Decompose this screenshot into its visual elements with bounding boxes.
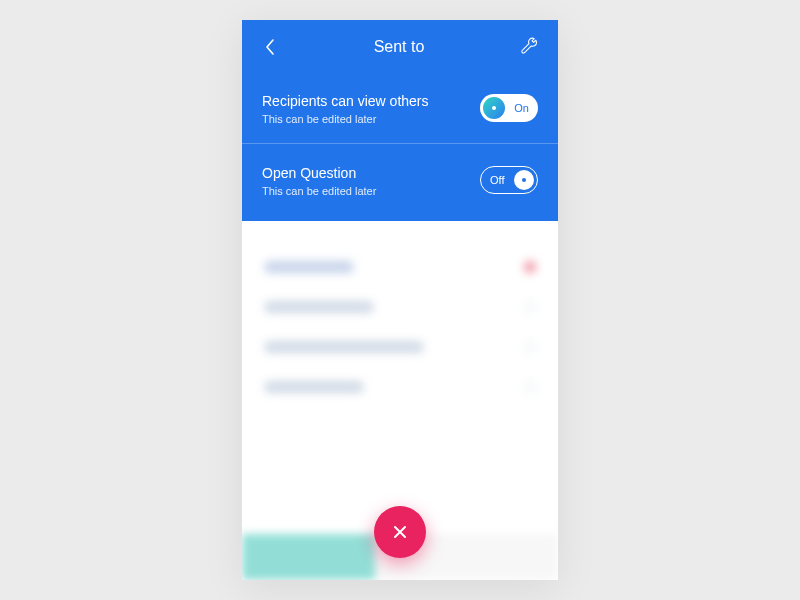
list-item [264,327,536,367]
toggle-knob [483,97,505,119]
chevron-left-icon [264,38,276,56]
setting-text: Open Question This can be edited later [262,164,376,197]
list-item [264,287,536,327]
toggle-open-question[interactable]: Off [480,166,538,194]
close-icon [391,523,409,541]
setting-label: Recipients can view others [262,92,429,111]
list-item-name-placeholder [264,341,424,353]
nav-bar: Sent to [242,20,558,72]
setting-subtext: This can be edited later [262,185,376,197]
app-screen: Sent to Recipients can view others This … [242,20,558,580]
list-item-name-placeholder [264,381,364,393]
setting-text: Recipients can view others This can be e… [262,92,429,125]
list-item [264,247,536,287]
close-fab[interactable] [374,506,426,558]
list-item-status-icon [524,261,536,273]
page-title: Sent to [374,38,425,56]
wrench-icon [519,37,539,57]
settings-button[interactable] [518,36,540,58]
back-button[interactable] [260,37,280,57]
toggle-state-label: Off [490,174,504,186]
list-item [264,367,536,407]
toggle-state-label: On [514,102,529,114]
list-item-status-icon [524,301,536,313]
contact-list-blurred [242,221,558,407]
setting-recipients-view-others: Recipients can view others This can be e… [242,72,558,143]
list-item-name-placeholder [264,261,354,273]
list-item-name-placeholder [264,301,374,313]
setting-label: Open Question [262,164,376,183]
setting-open-question: Open Question This can be edited later O… [242,143,558,215]
setting-subtext: This can be edited later [262,113,429,125]
list-item-status-icon [524,381,536,393]
toggle-knob [514,170,534,190]
header-panel: Sent to Recipients can view others This … [242,20,558,221]
toggle-recipients-view-others[interactable]: On [480,94,538,122]
list-item-status-icon [524,341,536,353]
